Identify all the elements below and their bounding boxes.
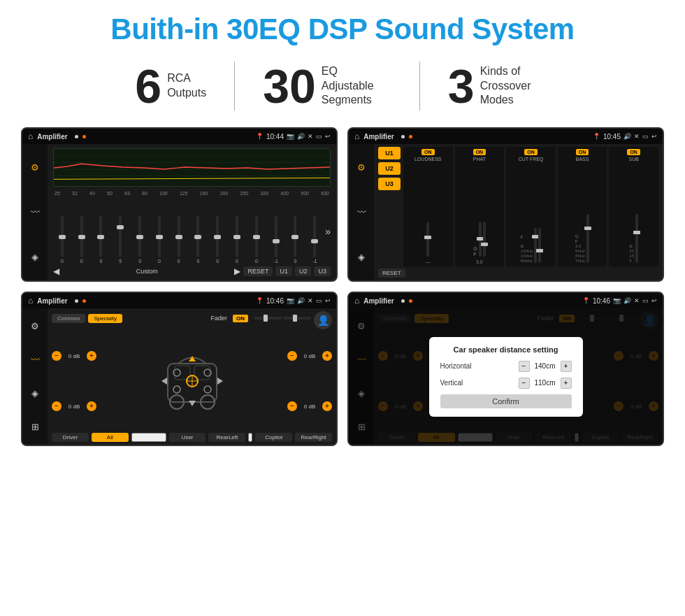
fader-track2[interactable] bbox=[283, 317, 311, 320]
fader-icon2[interactable]: 〰 bbox=[31, 354, 40, 365]
loudness-slider[interactable] bbox=[426, 222, 429, 257]
eq-thumb-5[interactable] bbox=[136, 235, 143, 239]
db-plus-lt[interactable]: + bbox=[87, 351, 96, 361]
eq-track-11[interactable] bbox=[255, 215, 258, 257]
bass-thumb[interactable] bbox=[584, 227, 591, 230]
sub-slider[interactable] bbox=[635, 214, 638, 263]
phat-slider2[interactable] bbox=[483, 222, 486, 257]
home-icon-fader[interactable]: ⌂ bbox=[28, 296, 33, 306]
fader-on-btn[interactable]: ON bbox=[233, 315, 248, 322]
fader-thumb1[interactable] bbox=[264, 315, 268, 322]
db-minus-rb[interactable]: − bbox=[287, 401, 297, 411]
db-plus-rb[interactable]: + bbox=[322, 401, 332, 411]
eq-thumb-6[interactable] bbox=[156, 235, 163, 239]
eq-track-6[interactable] bbox=[158, 215, 161, 257]
back-icon-crossover[interactable]: ↩ bbox=[651, 133, 657, 140]
phat-thumb2[interactable] bbox=[481, 243, 488, 246]
tab-common[interactable]: Common bbox=[52, 314, 85, 323]
horizontal-minus-btn[interactable]: − bbox=[519, 361, 530, 372]
fader-thumb2[interactable] bbox=[293, 315, 297, 322]
eq-thumb-4[interactable] bbox=[117, 225, 124, 229]
tab-specialty[interactable]: Specialty bbox=[88, 314, 122, 323]
eq-track-14[interactable] bbox=[313, 215, 316, 257]
cutfreq-toggle[interactable]: ON bbox=[524, 149, 538, 155]
eq-track-3[interactable] bbox=[99, 215, 102, 257]
eq-thumb-10[interactable] bbox=[233, 235, 240, 239]
horizontal-plus-btn[interactable]: + bbox=[561, 361, 572, 372]
u3-button[interactable]: U3 bbox=[378, 178, 401, 190]
bass-toggle[interactable]: ON bbox=[576, 149, 589, 155]
sub-toggle[interactable]: ON bbox=[627, 149, 640, 155]
eq-thumb-8[interactable] bbox=[194, 235, 201, 239]
eq-more-icon[interactable]: » bbox=[325, 226, 331, 237]
eq-thumb-2[interactable] bbox=[78, 235, 85, 239]
fader-icon3[interactable]: ◈ bbox=[31, 388, 38, 399]
eq-thumb-7[interactable] bbox=[175, 235, 182, 239]
crossover-reset-btn[interactable]: RESET bbox=[378, 268, 405, 278]
eq-thumb-14[interactable] bbox=[311, 239, 318, 243]
home-icon-dialog[interactable]: ⌂ bbox=[354, 296, 359, 306]
eq-thumb-11[interactable] bbox=[253, 235, 260, 239]
eq-icon-active[interactable]: ⚙ bbox=[31, 162, 39, 173]
eq-prev-btn[interactable]: ◀ bbox=[53, 266, 59, 276]
db-plus-lb[interactable]: + bbox=[87, 401, 96, 411]
eq-track-9[interactable] bbox=[216, 215, 219, 257]
eq-track-5[interactable] bbox=[138, 215, 141, 257]
eq-track-8[interactable] bbox=[196, 215, 199, 257]
eq-u1-btn[interactable]: U1 bbox=[275, 266, 292, 276]
loudness-toggle[interactable]: ON bbox=[421, 149, 435, 155]
eq-track-12[interactable] bbox=[275, 215, 277, 257]
vertical-minus-btn[interactable]: − bbox=[519, 378, 530, 389]
db-minus-rt[interactable]: − bbox=[287, 351, 297, 361]
cutfreq-slider1[interactable] bbox=[534, 228, 537, 263]
all-btn[interactable]: All bbox=[92, 433, 129, 442]
fader-track1[interactable] bbox=[254, 317, 282, 320]
back-icon-eq[interactable]: ↩ bbox=[325, 133, 331, 140]
fader-icon4[interactable]: ⊞ bbox=[31, 422, 39, 432]
bass-slider[interactable] bbox=[586, 214, 589, 263]
crossover-icon-vol[interactable]: ◈ bbox=[358, 252, 365, 262]
dialog-overlay[interactable]: Car speaker distance setting Horizontal … bbox=[349, 308, 663, 445]
crossover-icon-active[interactable]: ⚙ bbox=[357, 162, 366, 173]
eq-track-13[interactable] bbox=[294, 215, 296, 257]
rearright-btn[interactable]: RearRight bbox=[295, 433, 332, 442]
eq-track-4[interactable] bbox=[119, 215, 122, 257]
eq-next-btn[interactable]: ▶ bbox=[234, 266, 240, 276]
cutfreq-slider2[interactable] bbox=[538, 228, 541, 263]
sub-thumb[interactable] bbox=[633, 231, 640, 234]
confirm-button[interactable]: Confirm bbox=[440, 394, 572, 408]
vertical-plus-btn[interactable]: + bbox=[561, 378, 572, 389]
eq-u3-btn[interactable]: U3 bbox=[314, 266, 331, 276]
loudness-thumb[interactable] bbox=[424, 236, 431, 239]
back-icon-dialog[interactable]: ↩ bbox=[651, 297, 657, 304]
db-plus-rt[interactable]: + bbox=[322, 351, 332, 361]
crossover-icon-wave[interactable]: 〰 bbox=[357, 207, 366, 217]
fader-user-icon[interactable]: 👤 bbox=[314, 311, 332, 329]
eq-thumb-1[interactable] bbox=[59, 235, 66, 239]
u1-button[interactable]: U1 bbox=[378, 147, 401, 159]
eq-icon-vol[interactable]: ◈ bbox=[31, 252, 38, 262]
driver-btn[interactable]: Driver bbox=[52, 433, 89, 442]
phat-slider[interactable] bbox=[479, 222, 482, 257]
eq-track-10[interactable] bbox=[236, 215, 238, 257]
eq-u2-btn[interactable]: U2 bbox=[295, 266, 312, 276]
eq-thumb-12[interactable] bbox=[273, 239, 280, 243]
phat-toggle[interactable]: ON bbox=[473, 149, 486, 155]
db-minus-lb[interactable]: − bbox=[52, 401, 62, 411]
eq-reset-btn[interactable]: RESET bbox=[243, 266, 273, 276]
eq-icon-wave[interactable]: 〰 bbox=[31, 207, 40, 217]
home-icon-crossover[interactable]: ⌂ bbox=[354, 131, 359, 141]
user-btn[interactable]: User bbox=[169, 433, 206, 442]
eq-thumb-9[interactable] bbox=[214, 235, 221, 239]
u2-button[interactable]: U2 bbox=[378, 162, 401, 175]
rearleft-btn[interactable]: RearLeft bbox=[208, 433, 245, 442]
back-icon-fader[interactable]: ↩ bbox=[325, 297, 331, 304]
fader-icon1[interactable]: ⚙ bbox=[31, 321, 39, 331]
db-minus-lt[interactable]: − bbox=[52, 351, 62, 361]
eq-thumb-13[interactable] bbox=[291, 235, 298, 239]
home-icon-eq[interactable]: ⌂ bbox=[28, 131, 33, 141]
eq-track-2[interactable] bbox=[80, 215, 83, 257]
eq-thumb-3[interactable] bbox=[97, 235, 104, 239]
cutfreq-thumb2[interactable] bbox=[536, 249, 543, 252]
eq-track-7[interactable] bbox=[178, 215, 180, 257]
